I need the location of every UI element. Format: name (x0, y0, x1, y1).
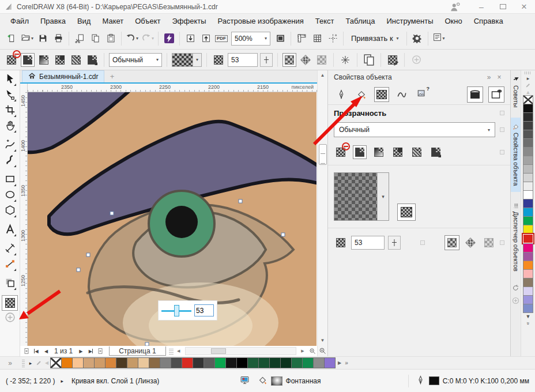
color-swatch[interactable] (523, 278, 533, 287)
zoom-level-select[interactable]: 500% ▾ (231, 32, 270, 46)
document-tab[interactable]: Безымянный-1.cdr (22, 70, 104, 82)
close-button[interactable]: × (515, 1, 533, 13)
frame-eye-button[interactable] (488, 86, 504, 103)
menu-item-window[interactable]: Окно (439, 15, 468, 27)
docker-target-outline-button[interactable] (463, 235, 478, 250)
previous-page-button[interactable]: ◀ (42, 347, 51, 356)
artistic-media-tool[interactable] (2, 153, 18, 169)
launcher-button[interactable]: ▾ (431, 31, 446, 46)
freeze-transparency-button[interactable] (338, 53, 352, 67)
vertical-scrollbar[interactable]: ▲ ▼ (317, 70, 327, 356)
color-swatch[interactable] (105, 357, 116, 368)
palette-edit-button[interactable] (521, 82, 535, 89)
horizontal-scrollbar[interactable] (185, 347, 296, 355)
transparency-preview-dropdown-icon[interactable]: ▾ (377, 173, 389, 220)
palette-flyout-button[interactable]: ▸ (521, 75, 535, 82)
user-account-icon[interactable] (449, 2, 461, 12)
menu-item-table[interactable]: Таблица (340, 15, 380, 27)
color-swatch[interactable] (523, 234, 533, 243)
color-swatch[interactable] (523, 208, 533, 217)
color-swatch[interactable] (523, 173, 533, 182)
color-swatch[interactable] (324, 357, 336, 368)
search-replace-button[interactable] (161, 31, 176, 46)
pick-tool[interactable] (2, 72, 18, 88)
transparency-picker[interactable]: ▾ (172, 53, 202, 67)
color-swatch[interactable] (523, 164, 533, 174)
outline-curve-tab-icon[interactable] (394, 87, 409, 102)
redo-button[interactable]: ▾ (140, 31, 155, 46)
save-button[interactable] (35, 31, 50, 46)
docker-merge-button[interactable] (429, 145, 443, 159)
docker-merge-dropdown-icon[interactable]: ▾ (488, 127, 490, 133)
target-fill-button[interactable] (282, 53, 296, 67)
page-tab[interactable]: Страница 1 (109, 346, 165, 356)
color-proof-indicator[interactable] (240, 375, 250, 387)
transparency-tab-icon[interactable] (374, 87, 389, 102)
add-page-end-button[interactable] (96, 347, 105, 356)
color-swatch[interactable] (214, 357, 226, 368)
color-swatch[interactable] (182, 357, 193, 368)
transparency-slider-track[interactable] (161, 305, 191, 316)
color-swatch[interactable] (523, 199, 533, 208)
menu-item-object[interactable]: Объект (129, 15, 166, 27)
horizontal-ruler[interactable]: пикселей 23502300225022002150 (20, 84, 317, 92)
outline-tab-icon[interactable] (334, 87, 349, 102)
color-swatch[interactable] (149, 357, 160, 368)
mode-option-box[interactable] (500, 127, 504, 132)
transparency-slider-button[interactable] (260, 53, 273, 67)
color-swatch[interactable] (523, 95, 533, 104)
snap-to-dropdown-icon[interactable]: ▾ (397, 36, 399, 41)
color-swatch[interactable] (523, 225, 533, 234)
color-swatch[interactable] (523, 104, 533, 113)
color-swatch[interactable] (204, 357, 215, 368)
merge-mode-dropdown-icon[interactable]: ▾ (156, 57, 159, 62)
transparency-slider-input[interactable] (194, 304, 214, 316)
zoom-scroll-button[interactable] (319, 345, 326, 356)
docker-tab-tips[interactable]: Советы (511, 70, 521, 113)
target-option-box[interactable] (500, 240, 504, 245)
color-swatch[interactable] (291, 357, 303, 368)
text-tool[interactable] (2, 223, 18, 238)
color-swatch[interactable] (523, 182, 533, 191)
snap-to-button[interactable]: Привязать к ▾ (346, 32, 404, 46)
frame-view-button[interactable] (467, 86, 483, 103)
scrollbar-grip[interactable] (169, 348, 174, 355)
color-swatch[interactable] (61, 357, 73, 368)
color-swatch[interactable] (258, 357, 270, 368)
shape-tool[interactable] (2, 88, 18, 103)
show-guidelines-button[interactable] (325, 31, 340, 46)
home-icon[interactable] (28, 72, 36, 81)
vertical-scrollbar-thumb[interactable] (319, 144, 327, 165)
section-option-box[interactable] (500, 111, 504, 115)
color-swatch[interactable] (523, 287, 533, 296)
color-swatch[interactable] (523, 130, 533, 139)
menu-item-text[interactable]: Текст (310, 15, 340, 27)
outline-status[interactable]: C:0 M:0 Y:0 K:100 0,200 мм (416, 375, 529, 387)
color-swatch[interactable] (313, 357, 325, 368)
horizontal-scrollbar-thumb[interactable] (211, 348, 226, 354)
color-swatch[interactable] (280, 357, 292, 368)
transparency-slider-handle[interactable] (174, 305, 179, 316)
ruler-corner[interactable] (20, 84, 28, 92)
color-swatch[interactable] (523, 138, 533, 148)
transparency-picker-dropdown-icon[interactable]: ▾ (193, 54, 201, 66)
color-swatch[interactable] (269, 357, 281, 368)
ellipse-tool[interactable] (2, 188, 18, 203)
undo-button[interactable]: ▾ (125, 31, 140, 46)
menu-item-layout[interactable]: Макет (96, 15, 129, 27)
copy-transparency-button[interactable] (362, 53, 376, 67)
cut-button[interactable] (72, 31, 87, 46)
color-swatch[interactable] (160, 357, 171, 368)
undo-manager-icon[interactable] (512, 282, 519, 295)
palette-expand-button[interactable]: » (525, 316, 532, 330)
transparency-tool[interactable] (2, 295, 18, 311)
hscroll-right-button[interactable]: ▶ (298, 347, 307, 356)
color-swatch[interactable] (523, 121, 533, 130)
document-palette-grip[interactable] (22, 359, 25, 367)
vscroll-up-button[interactable]: ▲ (318, 70, 327, 80)
vertical-ruler[interactable]: 14501400135013001250 (20, 92, 28, 346)
publish-pdf-button[interactable]: PDF (214, 31, 229, 46)
pan-tool[interactable] (2, 119, 18, 134)
color-swatch[interactable] (523, 216, 533, 225)
fill-tab-icon[interactable] (354, 87, 369, 102)
